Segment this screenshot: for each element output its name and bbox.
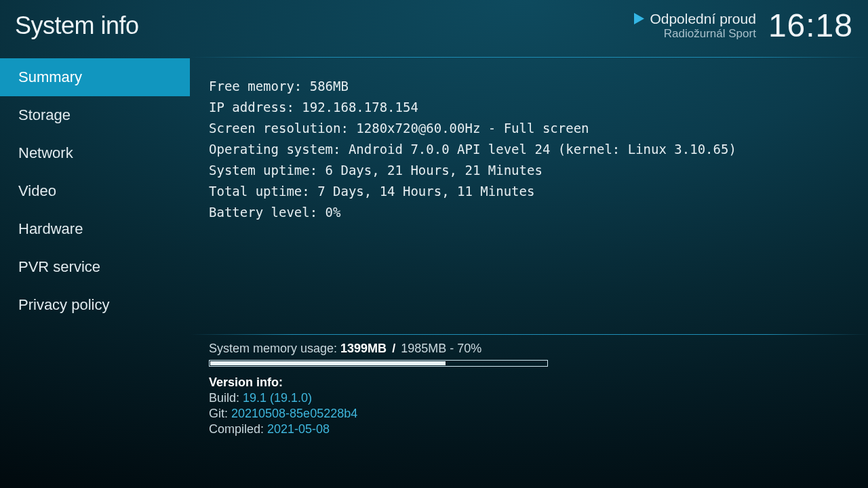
info-line-operating-system: Operating system: Android 7.0.0 API leve… bbox=[209, 139, 857, 160]
summary-lines: Free memory: 586MB IP address: 192.168.1… bbox=[209, 76, 857, 223]
sidebar-item-pvr-service[interactable]: PVR service bbox=[0, 248, 190, 286]
sidebar: Summary Storage Network Video Hardware P… bbox=[0, 58, 190, 488]
sidebar-item-storage[interactable]: Storage bbox=[0, 96, 190, 134]
version-git: Git: 20210508-85e05228b4 bbox=[209, 406, 857, 422]
sidebar-item-label: PVR service bbox=[18, 258, 100, 276]
footer-divider bbox=[190, 334, 868, 335]
sidebar-item-label: Network bbox=[18, 144, 73, 162]
sidebar-item-network[interactable]: Network bbox=[0, 134, 190, 172]
memory-pct: - 70% bbox=[450, 342, 481, 355]
sidebar-item-label: Hardware bbox=[18, 220, 83, 238]
memory-progress-fill bbox=[210, 361, 446, 365]
memory-used: 1399MB bbox=[340, 342, 387, 355]
info-line-total-uptime: Total uptime: 7 Days, 14 Hours, 11 Minut… bbox=[209, 181, 857, 202]
page-title: System info bbox=[15, 12, 139, 40]
header-divider bbox=[190, 57, 868, 58]
info-line-screen-resolution: Screen resolution: 868x488@60.00Hz - Fu… bbox=[209, 118, 857, 139]
memory-usage-label: System memory usage: bbox=[209, 342, 340, 355]
top-bar: System info Odpolední proud Radiožurnál … bbox=[0, 0, 868, 51]
memory-usage-line: System memory usage: 1399MB / 1985MB - 7… bbox=[209, 342, 857, 356]
version-build: Build: 19.1 (19.1.0) bbox=[209, 390, 857, 406]
sidebar-item-privacy-policy[interactable]: Privacy policy bbox=[0, 286, 190, 324]
info-line-system-uptime: System uptime: 6 Days, 21 Hours, 21 Minu… bbox=[209, 160, 857, 181]
svg-marker-0 bbox=[634, 13, 644, 24]
version-block: Version info: Build: 19.1 (19.1.0) Git: … bbox=[209, 375, 857, 437]
memory-progress-bar bbox=[209, 360, 548, 367]
info-line-battery-level: Battery level: 0% bbox=[209, 202, 857, 223]
top-bar-right: Odpolední proud Radiožurnál Sport 16:18 bbox=[634, 7, 853, 44]
now-playing[interactable]: Odpolední proud Radiožurnál Sport bbox=[634, 11, 755, 41]
version-compiled: Compiled: 2021-05-08 bbox=[209, 422, 857, 437]
sidebar-item-video[interactable]: Video bbox=[0, 172, 190, 210]
sidebar-item-label: Privacy policy bbox=[18, 296, 109, 314]
sidebar-item-label: Summary bbox=[18, 68, 82, 86]
version-heading: Version info: bbox=[209, 375, 857, 390]
now-playing-subtitle: Radiožurnál Sport bbox=[664, 27, 756, 41]
sidebar-item-summary[interactable]: Summary bbox=[0, 58, 190, 96]
sidebar-item-hardware[interactable]: Hardware bbox=[0, 210, 190, 248]
memory-sep: / bbox=[390, 342, 397, 355]
clock: 16:18 bbox=[768, 7, 853, 44]
now-playing-title: Odpolední proud bbox=[650, 11, 755, 27]
info-line-ip-address: IP address: 192.168.178.154 bbox=[209, 97, 857, 118]
info-line-free-memory: Free memory: 586MB bbox=[209, 76, 857, 97]
sidebar-item-label: Video bbox=[18, 182, 56, 200]
sidebar-item-label: Storage bbox=[18, 106, 71, 124]
play-icon bbox=[634, 13, 644, 24]
memory-total: 1985MB bbox=[401, 342, 446, 355]
footer: System memory usage: 1399MB / 1985MB - 7… bbox=[190, 339, 868, 437]
